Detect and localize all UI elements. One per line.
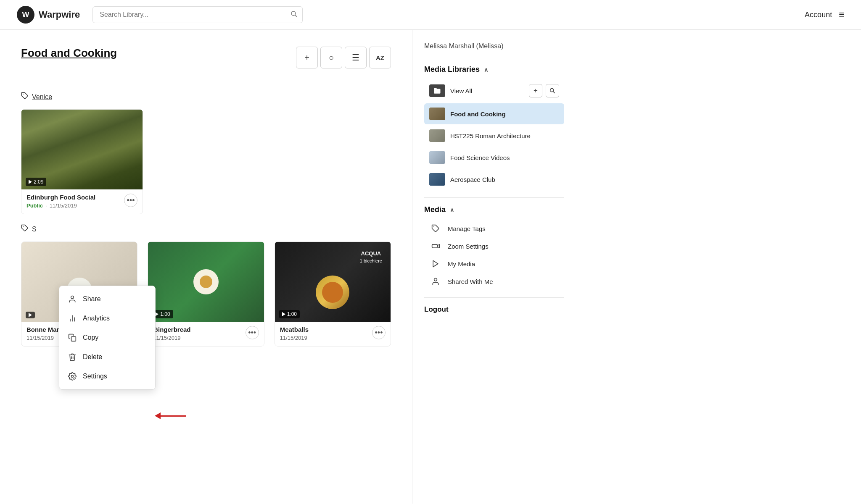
page-title: Food and Cooking bbox=[21, 47, 296, 60]
sidebar-divider bbox=[424, 197, 564, 198]
video-date-gingerbread: 11/15/2019 bbox=[153, 335, 180, 341]
sidebar: Melissa Marshall (Melissa) Media Librari… bbox=[412, 30, 576, 504]
account-label[interactable]: Account bbox=[805, 10, 832, 19]
delete-label: Delete bbox=[83, 353, 102, 361]
media-libraries-title: Media Libraries ∧ bbox=[424, 65, 564, 74]
lib-thumb-foodsci bbox=[429, 151, 445, 164]
sort-button[interactable]: AZ bbox=[369, 47, 391, 68]
lib-label-aerospace: Aerospace Club bbox=[450, 176, 495, 183]
header-right: Account ≡ bbox=[805, 9, 844, 20]
toolbar: + ○ ☰ AZ bbox=[296, 47, 391, 68]
video-thumb-meatballs[interactable]: ACQUA1 bicchiere 1:00 bbox=[275, 242, 391, 322]
sidebar-my-media[interactable]: My Media bbox=[424, 255, 564, 272]
video-media-icon bbox=[429, 242, 442, 250]
svg-point-16 bbox=[434, 278, 437, 281]
content-area: Food and Cooking + ○ ☰ AZ Venice bbox=[0, 30, 412, 504]
tag-s-link[interactable]: S bbox=[32, 226, 37, 233]
video-date-meatballs: 11/15/2019 bbox=[280, 335, 307, 341]
tag-venice-row: Venice bbox=[21, 92, 391, 102]
shared-with-me-label: Shared With Me bbox=[448, 278, 493, 285]
chevron-up-icon: ∧ bbox=[484, 66, 488, 73]
add-library-button[interactable]: + bbox=[529, 84, 542, 97]
video-info-meatballs: Meatballs 11/15/2019 ••• bbox=[275, 322, 391, 346]
circle-view-button[interactable]: ○ bbox=[320, 47, 342, 68]
lib-thumb-food bbox=[429, 108, 445, 120]
more-button-edinburgh[interactable]: ••• bbox=[124, 194, 137, 207]
sidebar-divider-2 bbox=[424, 297, 564, 298]
tag-venice-link[interactable]: Venice bbox=[32, 93, 52, 101]
video-title-gingerbread: Gingerbread bbox=[153, 326, 245, 333]
lib-thumb-roman bbox=[429, 129, 445, 142]
red-arrow-indicator bbox=[156, 412, 186, 419]
sidebar-shared-with-me[interactable]: Shared With Me bbox=[424, 273, 564, 290]
analytics-icon bbox=[68, 314, 77, 323]
zoom-settings-label: Zoom Settings bbox=[448, 243, 489, 250]
view-all-label: View All bbox=[450, 87, 472, 94]
context-menu-copy[interactable]: Copy bbox=[59, 328, 155, 347]
context-menu-settings[interactable]: Settings bbox=[59, 367, 155, 386]
sidebar-library-foodsci[interactable]: Food Science Videos bbox=[424, 147, 564, 168]
share-label: Share bbox=[83, 295, 101, 303]
video-status-row-edinburgh: Public · 11/15/2019 bbox=[26, 202, 124, 209]
more-button-gingerbread[interactable]: ••• bbox=[246, 326, 259, 339]
settings-label: Settings bbox=[83, 373, 107, 380]
sidebar-library-hst225[interactable]: HST225 Roman Architecture bbox=[424, 125, 564, 146]
video-card-meatballs: ACQUA1 bicchiere 1:00 Meatballs 11/15/20… bbox=[275, 242, 391, 346]
hamburger-icon[interactable]: ≡ bbox=[839, 9, 844, 20]
sidebar-view-all-row: View All + bbox=[424, 80, 564, 102]
header: W Warpwire Account ≡ bbox=[0, 0, 861, 30]
add-button[interactable]: + bbox=[296, 47, 318, 68]
lib-thumb-aerospace bbox=[429, 173, 445, 186]
video-status-row-gingerbread: 11/15/2019 bbox=[153, 335, 245, 341]
tag-s-row: S bbox=[21, 224, 391, 234]
sidebar-zoom-settings[interactable]: Zoom Settings bbox=[424, 238, 564, 255]
copy-label: Copy bbox=[83, 334, 98, 341]
more-button-meatballs[interactable]: ••• bbox=[372, 326, 386, 339]
video-title-edinburgh: Edinburgh Food Social bbox=[26, 194, 124, 201]
context-menu-delete[interactable]: Delete bbox=[59, 347, 155, 367]
video-date-edinburgh: 11/15/2019 bbox=[50, 202, 77, 209]
page-title-col: Food and Cooking bbox=[21, 47, 296, 71]
search-library-button[interactable] bbox=[546, 84, 559, 97]
video-thumb-edinburgh[interactable]: 2:09 bbox=[21, 110, 143, 189]
folder-thumb bbox=[429, 84, 445, 97]
video-meta-gingerbread: Gingerbread 11/15/2019 bbox=[153, 326, 245, 341]
media-chevron-up-icon: ∧ bbox=[450, 207, 454, 213]
sidebar-manage-tags[interactable]: Manage Tags bbox=[424, 220, 564, 237]
video-card-gingerbread: 1:00 Gingerbread 11/15/2019 ••• bbox=[148, 242, 264, 346]
person-media-icon bbox=[429, 277, 442, 286]
svg-rect-7 bbox=[71, 337, 76, 341]
page-header-row: Food and Cooking + ○ ☰ AZ bbox=[21, 47, 391, 80]
view-all-item[interactable]: View All bbox=[429, 84, 472, 97]
list-view-button[interactable]: ☰ bbox=[345, 47, 367, 68]
status-public: Public bbox=[26, 202, 43, 209]
main-layout: Food and Cooking + ○ ☰ AZ Venice bbox=[0, 30, 861, 504]
context-menu: Share Analytics bbox=[59, 286, 156, 390]
search-input[interactable] bbox=[92, 6, 303, 23]
context-menu-analytics[interactable]: Analytics bbox=[59, 309, 155, 328]
logout-button[interactable]: Logout bbox=[424, 305, 449, 313]
media-section: Media ∧ Manage Tags bbox=[424, 205, 564, 290]
tag-icon bbox=[21, 92, 29, 102]
status-dot: · bbox=[45, 202, 47, 209]
svg-point-8 bbox=[71, 375, 74, 378]
svg-line-1 bbox=[295, 15, 297, 17]
video-status-row-meatballs: 11/15/2019 bbox=[280, 335, 372, 341]
view-all-actions: + bbox=[529, 84, 559, 97]
context-menu-share[interactable]: Share bbox=[59, 289, 155, 309]
play-badge-edinburgh: 2:09 bbox=[26, 178, 46, 186]
svg-marker-15 bbox=[433, 261, 438, 267]
search-bar[interactable] bbox=[92, 6, 303, 23]
video-meta-meatballs: Meatballs 11/15/2019 bbox=[280, 326, 372, 341]
video-card-edinburgh: 2:09 Edinburgh Food Social Public · 11/1… bbox=[21, 109, 143, 214]
video-thumb-gingerbread[interactable]: 1:00 bbox=[148, 242, 264, 322]
search-icon bbox=[290, 10, 298, 19]
svg-line-11 bbox=[553, 92, 555, 93]
video-date-bonne: 11/15/2019 bbox=[26, 335, 54, 341]
first-video-section: 2:09 Edinburgh Food Social Public · 11/1… bbox=[21, 109, 391, 214]
sidebar-library-food-cooking[interactable]: Food and Cooking bbox=[424, 103, 564, 124]
copy-icon bbox=[68, 333, 77, 342]
sidebar-library-aerospace[interactable]: Aerospace Club bbox=[424, 169, 564, 190]
analytics-label: Analytics bbox=[83, 315, 110, 322]
play-badge-bonne bbox=[26, 312, 35, 318]
